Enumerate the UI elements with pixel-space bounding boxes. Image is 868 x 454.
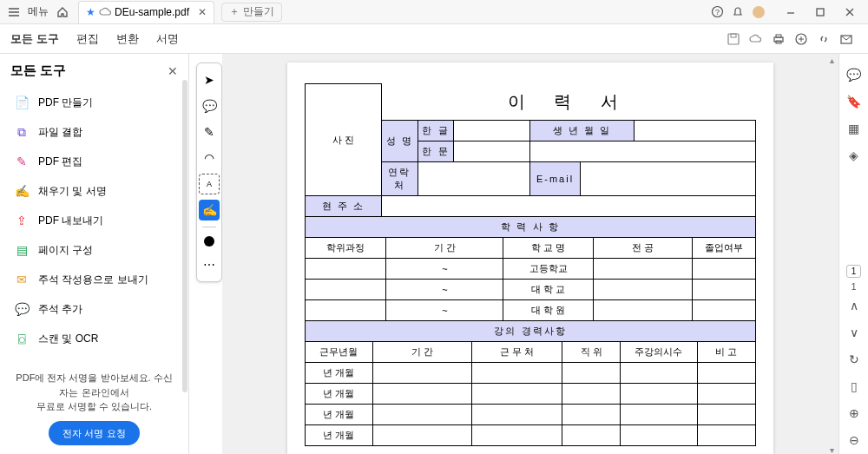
print-icon[interactable] — [767, 28, 790, 50]
dob-label: 생 년 월 일 — [530, 121, 634, 141]
eraser-icon[interactable]: ◠ — [199, 148, 220, 168]
organize-icon: ▤ — [14, 242, 30, 258]
tab-edit[interactable]: 편집 — [76, 31, 99, 47]
zoom-out-icon[interactable]: ⊖ — [844, 431, 865, 451]
document-tab[interactable]: ★ DEu-sample.pdf ✕ — [78, 1, 214, 23]
hamburger-menu-icon[interactable] — [3, 2, 24, 23]
tool-send-comment[interactable]: ✉주석 작성용으로 보내기 — [7, 265, 181, 294]
text-box-icon[interactable]: A — [199, 174, 220, 194]
tool-create-pdf[interactable]: 📄PDF 만들기 — [7, 88, 181, 117]
address-label: 현 주 소 — [306, 196, 382, 217]
more-tools-icon[interactable]: ⋯ — [199, 254, 220, 275]
edit-pdf-icon: ✎ — [14, 154, 30, 169]
protect-icon: 🛡 — [14, 360, 30, 362]
photo-cell: 사 진 — [306, 84, 382, 196]
tool-protect[interactable]: 🛡PDF 보호 — [7, 353, 181, 362]
svg-rect-4 — [817, 9, 824, 16]
page-down-icon[interactable]: ∨ — [844, 322, 865, 342]
quick-tools-strip: ➤ 💬 ✎ ◠ A ✍ ⋯ — [196, 63, 222, 282]
minimize-icon[interactable] — [776, 2, 806, 23]
close-panel-icon[interactable]: ✕ — [168, 64, 178, 78]
scan-icon: ⌼ — [14, 331, 30, 346]
help-icon[interactable]: ? — [707, 2, 727, 23]
tool-scan-ocr[interactable]: ⌼스캔 및 OCR — [7, 324, 181, 353]
tab-title: DEu-sample.pdf — [115, 6, 189, 18]
export-icon: ⇪ — [14, 213, 30, 228]
svg-rect-8 — [776, 35, 781, 37]
bell-icon[interactable] — [727, 2, 748, 23]
scroll-down-icon[interactable]: ▾ — [826, 445, 837, 454]
avatar[interactable] — [748, 2, 769, 23]
tool-fill-sign[interactable]: ✍채우기 및 서명 — [7, 176, 181, 206]
highlight-icon[interactable]: ✎ — [199, 122, 220, 142]
new-tab-button[interactable]: ＋ 만들기 — [221, 3, 282, 22]
home-icon[interactable] — [52, 2, 73, 23]
thumbnails-icon[interactable]: ▦ — [844, 118, 865, 138]
name-label: 성 명 — [382, 121, 418, 162]
maximize-icon[interactable] — [806, 2, 835, 23]
share-icon[interactable] — [790, 28, 812, 50]
star-icon: ★ — [86, 6, 95, 18]
hanja-label: 한 문 — [418, 141, 454, 162]
scroll-up-icon[interactable]: ▴ — [826, 56, 837, 66]
link-icon[interactable] — [812, 28, 835, 50]
tool-organize[interactable]: ▤페이지 구성 — [7, 235, 181, 265]
hangul-label: 한 글 — [418, 121, 454, 141]
tool-add-comment[interactable]: 💬주석 추가 — [7, 294, 181, 324]
main-toolbar: 모든 도구 편집 변환 서명 — [0, 24, 868, 54]
svg-text:?: ? — [714, 8, 719, 16]
promo-box: PDF에 전자 서명을 받아보세요. 수신 자는 온라인에서 무료로 서명할 수… — [0, 362, 188, 454]
tools-panel: 모든 도구 ✕ 📄PDF 만들기 ⧉파일 결합 ✎PDF 편집 ✍채우기 및 서… — [0, 54, 189, 454]
save-icon[interactable] — [722, 28, 745, 50]
vertical-scrollbar[interactable]: ▴ ▾ — [826, 56, 837, 454]
fill-sign-icon: ✍ — [14, 183, 30, 199]
rotate-icon[interactable]: ↻ — [844, 349, 865, 369]
tool-combine[interactable]: ⧉파일 결합 — [7, 117, 181, 147]
page-view-icon[interactable]: ▯ — [844, 376, 865, 396]
color-dot[interactable] — [204, 236, 214, 247]
tab-all-tools[interactable]: 모든 도구 — [10, 31, 59, 47]
comment-icon: 💬 — [14, 301, 30, 317]
menu-label[interactable]: 메뉴 — [28, 4, 49, 19]
bookmark-pane-icon[interactable]: 🔖 — [844, 91, 865, 111]
close-window-icon[interactable] — [835, 2, 865, 23]
sign-tool-icon[interactable]: ✍ — [199, 200, 220, 220]
teach-section-header: 강의 경력사항 — [306, 321, 756, 342]
svg-point-2 — [753, 6, 765, 18]
tool-export[interactable]: ⇪PDF 내보내기 — [7, 206, 181, 235]
page-total: 1 — [851, 281, 856, 292]
document-canvas[interactable]: 사 진 이 력 서 성 명 한 글 생 년 월 일 한 문 — [222, 54, 838, 454]
tab-sign[interactable]: 서명 — [156, 31, 179, 47]
pdf-page: 사 진 이 력 서 성 명 한 글 생 년 월 일 한 문 — [287, 63, 773, 454]
create-pdf-icon: 📄 — [14, 95, 30, 110]
cloud-icon — [99, 7, 111, 17]
comment-pane-icon[interactable]: 💬 — [844, 64, 865, 84]
email-label: E-mail — [530, 162, 580, 196]
cursor-icon[interactable]: ➤ — [199, 69, 220, 90]
page-badge[interactable]: 1 — [846, 265, 862, 278]
tools-panel-title: 모든 도구 — [10, 63, 66, 79]
tab-convert[interactable]: 변환 — [116, 31, 139, 47]
tool-edit-pdf[interactable]: ✎PDF 편집 — [7, 147, 181, 176]
comment-tool-icon[interactable]: 💬 — [199, 95, 220, 116]
contact-label: 연락처 — [382, 162, 418, 196]
title-bar: 메뉴 ★ DEu-sample.pdf ✕ ＋ 만들기 ? — [0, 0, 868, 24]
combine-icon: ⧉ — [14, 124, 30, 140]
tools-list: 📄PDF 만들기 ⧉파일 결합 ✎PDF 편집 ✍채우기 및 서명 ⇪PDF 내… — [0, 88, 188, 362]
zoom-in-icon[interactable]: ⊕ — [844, 404, 865, 424]
mail-icon[interactable] — [835, 28, 858, 50]
page-up-icon[interactable]: ∧ — [844, 295, 865, 315]
svg-rect-5 — [728, 34, 739, 44]
cloud-sync-icon[interactable] — [745, 28, 767, 50]
edu-section-header: 학 력 사 항 — [306, 217, 756, 238]
doc-title: 이 력 서 — [382, 84, 756, 121]
send-comment-icon: ✉ — [14, 272, 30, 287]
plus-icon: ＋ — [229, 4, 240, 19]
close-tab-icon[interactable]: ✕ — [198, 6, 207, 18]
request-esign-button[interactable]: 전자 서명 요청 — [49, 421, 139, 446]
layers-icon[interactable]: ◈ — [844, 146, 865, 166]
right-rail: 💬 🔖 ▦ ◈ 1 1 ∧ ∨ ↻ ▯ ⊕ ⊖ — [838, 54, 868, 454]
